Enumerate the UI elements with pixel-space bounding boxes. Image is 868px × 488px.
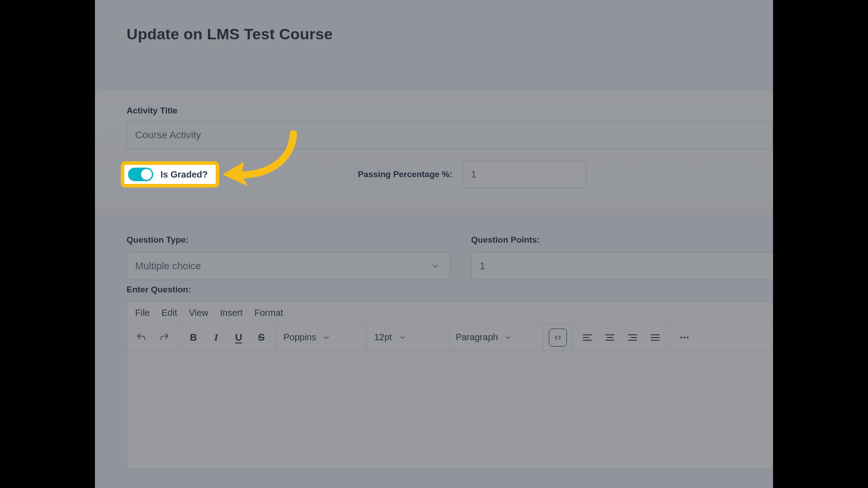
bold-button[interactable]: B bbox=[184, 328, 203, 347]
chevron-down-icon bbox=[431, 262, 440, 271]
question-points-label: Question Points: bbox=[471, 235, 773, 245]
passing-percentage-label: Passing Percentage %: bbox=[358, 169, 452, 179]
is-graded-toggle[interactable] bbox=[128, 168, 153, 181]
font-size-value: 12pt bbox=[374, 332, 392, 343]
svg-point-0 bbox=[680, 337, 682, 338]
rich-text-editor: File Edit View Insert Format bbox=[127, 302, 773, 469]
italic-button[interactable]: I bbox=[207, 328, 225, 347]
font-size-select[interactable]: 12pt bbox=[367, 324, 443, 351]
svg-point-2 bbox=[687, 337, 689, 338]
underline-button[interactable]: U bbox=[230, 328, 248, 347]
chevron-down-icon bbox=[322, 333, 330, 342]
block-format-select[interactable]: Paragraph bbox=[448, 324, 543, 351]
align-left-button[interactable] bbox=[578, 328, 596, 347]
chevron-down-icon bbox=[504, 333, 512, 342]
passing-percentage-input[interactable] bbox=[462, 161, 586, 188]
redo-button[interactable] bbox=[155, 328, 173, 347]
question-panel: Question Type: Multiple choice Question … bbox=[95, 235, 773, 488]
activity-title-input[interactable] bbox=[127, 121, 773, 149]
block-format-value: Paragraph bbox=[456, 332, 498, 343]
editor-toolbar: B I U S Poppins 12pt bbox=[127, 324, 773, 351]
chevron-down-icon bbox=[398, 333, 406, 342]
question-type-select[interactable]: Multiple choice bbox=[127, 252, 450, 280]
question-type-value: Multiple choice bbox=[135, 260, 201, 272]
enter-question-label: Enter Question: bbox=[127, 285, 773, 295]
align-justify-button[interactable] bbox=[646, 328, 664, 347]
is-graded-label: Is Graded? bbox=[160, 169, 208, 180]
undo-button[interactable] bbox=[132, 328, 151, 347]
menu-edit[interactable]: Edit bbox=[161, 308, 177, 318]
editor-content[interactable] bbox=[127, 351, 773, 469]
is-graded-highlight: Is Graded? bbox=[121, 161, 219, 188]
menu-insert[interactable]: Insert bbox=[220, 308, 243, 318]
code-view-button[interactable] bbox=[549, 328, 567, 347]
menu-file[interactable]: File bbox=[135, 308, 150, 318]
align-center-button[interactable] bbox=[601, 328, 619, 347]
page-title: Update on LMS Test Course bbox=[127, 25, 333, 43]
editor-menubar: File Edit View Insert Format bbox=[127, 302, 773, 324]
menu-view[interactable]: View bbox=[189, 308, 208, 318]
strikethrough-button[interactable]: S bbox=[252, 328, 270, 347]
activity-panel: Activity Title Is Graded? Passing Percen… bbox=[95, 90, 773, 215]
activity-title-label: Activity Title bbox=[127, 106, 773, 116]
font-family-value: Poppins bbox=[283, 332, 316, 343]
menu-format[interactable]: Format bbox=[255, 308, 283, 318]
align-right-button[interactable] bbox=[623, 328, 642, 347]
font-family-select[interactable]: Poppins bbox=[276, 324, 362, 351]
svg-point-1 bbox=[684, 337, 685, 338]
question-points-input[interactable] bbox=[471, 252, 773, 280]
question-type-label: Question Type: bbox=[127, 235, 450, 245]
app-viewport: Update on LMS Test Course Activity Title… bbox=[95, 0, 773, 488]
more-button[interactable] bbox=[675, 328, 693, 347]
